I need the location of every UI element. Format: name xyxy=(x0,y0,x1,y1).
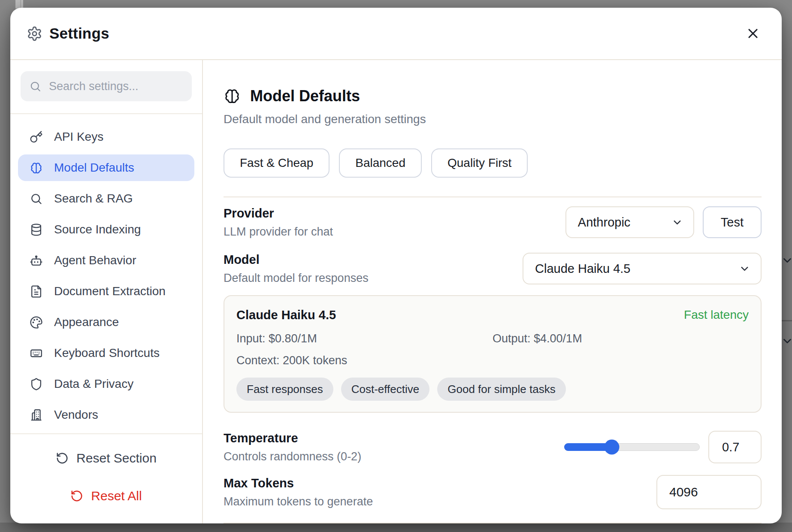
database-icon xyxy=(30,223,43,236)
brain-icon xyxy=(30,161,43,175)
sidebar-item[interactable]: Agent Behavior xyxy=(18,247,194,274)
sidebar-item-label: Vendors xyxy=(54,408,98,422)
chevron-down-icon xyxy=(781,335,792,348)
output-price: Output: $4.00/1M xyxy=(493,332,749,345)
sidebar-item[interactable]: Model Defaults xyxy=(18,154,194,181)
sidebar-item[interactable]: Search & RAG xyxy=(18,185,194,212)
max-tokens-input[interactable] xyxy=(656,475,762,509)
max-tokens-description: Maximum tokens to generate xyxy=(224,495,373,508)
gear-icon xyxy=(27,26,42,42)
sidebar-item-label: Search & RAG xyxy=(54,192,133,206)
preset-buttons: Fast & Cheap Balanced Quality First xyxy=(224,148,762,178)
key-icon xyxy=(30,130,43,144)
sidebar-item[interactable]: Document Extraction xyxy=(18,278,194,305)
provider-row: Provider LLM provider for chat Anthropic… xyxy=(224,204,762,240)
provider-select[interactable]: Anthropic xyxy=(565,206,694,238)
latency-badge: Fast latency xyxy=(684,308,749,322)
preset-button[interactable]: Balanced xyxy=(339,148,422,178)
provider-description: LLM provider for chat xyxy=(224,225,333,239)
temperature-row: Temperature Controls randomness (0-2) xyxy=(224,430,762,464)
model-name: Claude Haiku 4.5 xyxy=(236,308,336,322)
search-icon xyxy=(30,192,43,206)
temperature-input[interactable] xyxy=(708,431,762,463)
sidebar-item-label: Model Defaults xyxy=(54,161,134,175)
backdrop-bottom-band xyxy=(0,523,792,532)
model-info-card: Claude Haiku 4.5 Fast latency Input: $0.… xyxy=(224,295,762,413)
sidebar-item-label: Document Extraction xyxy=(54,284,166,298)
dialog-title: Settings xyxy=(49,25,109,42)
model-row: Model Default model for responses Claude… xyxy=(224,250,762,287)
preset-button[interactable]: Fast & Cheap xyxy=(224,148,329,178)
preset-button[interactable]: Quality First xyxy=(431,148,528,178)
temperature-slider[interactable] xyxy=(564,443,700,451)
backdrop-top-left-fragment xyxy=(15,0,23,9)
settings-sidebar: API Keys Model Defaults Search & RAG xyxy=(10,60,203,523)
palette-icon xyxy=(30,316,43,329)
sidebar-item[interactable]: Keyboard Shortcuts xyxy=(18,340,194,366)
robot-icon xyxy=(30,254,43,267)
model-tags: Fast responses Cost-effective Good for s… xyxy=(236,378,749,401)
building-icon xyxy=(30,408,43,422)
settings-dialog: Settings API Keys xyxy=(10,8,782,523)
search-icon xyxy=(29,80,42,93)
brain-icon xyxy=(224,88,241,105)
model-tag: Good for simple tasks xyxy=(437,378,565,401)
sidebar-item-label: Data & Privacy xyxy=(54,377,133,391)
sidebar-item[interactable]: Appearance xyxy=(18,309,194,336)
search-settings-input[interactable] xyxy=(48,79,183,94)
max-tokens-label: Max Tokens xyxy=(224,476,373,490)
rotate-ccw-icon xyxy=(56,452,69,465)
context-size: Context: 200K tokens xyxy=(236,354,749,367)
sidebar-item-label: Keyboard Shortcuts xyxy=(54,346,160,360)
close-icon xyxy=(745,26,761,41)
sidebar-item-label: Source Indexing xyxy=(54,223,141,236)
reset-all-button[interactable]: Reset All xyxy=(68,488,144,504)
model-tag: Fast responses xyxy=(236,378,333,401)
model-description: Default model for responses xyxy=(224,272,369,285)
temperature-slider-thumb[interactable] xyxy=(604,440,619,455)
sidebar-item[interactable]: Source Indexing xyxy=(18,216,194,243)
sidebar-item[interactable]: Vendors xyxy=(18,402,194,428)
dialog-header: Settings xyxy=(10,8,782,60)
max-tokens-row: Max Tokens Maximum tokens to generate xyxy=(224,475,762,510)
sidebar-footer: Reset Section Reset All xyxy=(10,433,202,523)
test-provider-button[interactable]: Test xyxy=(703,206,762,238)
sidebar-item[interactable]: Data & Privacy xyxy=(18,371,194,397)
sidebar-item[interactable]: API Keys xyxy=(18,124,194,150)
document-icon xyxy=(30,285,43,298)
close-button[interactable] xyxy=(743,24,763,43)
temperature-label: Temperature xyxy=(224,431,361,445)
model-defaults-panel: Model Defaults Default model and generat… xyxy=(203,60,782,523)
divider xyxy=(224,196,762,197)
rotate-ccw-icon xyxy=(70,490,83,502)
search-settings-box xyxy=(21,71,192,101)
provider-label: Provider xyxy=(224,206,333,221)
sidebar-item-label: Agent Behavior xyxy=(54,254,136,267)
keyboard-icon xyxy=(30,347,43,360)
backdrop-divider-fragment xyxy=(782,320,792,321)
model-select[interactable]: Claude Haiku 4.5 xyxy=(523,253,762,284)
chevron-down-icon xyxy=(781,254,792,267)
sidebar-item-label: Appearance xyxy=(54,315,119,329)
divider xyxy=(224,523,762,523)
sidebar-nav: API Keys Model Defaults Search & RAG xyxy=(10,114,202,433)
model-tag: Cost-effective xyxy=(341,378,429,401)
input-price: Input: $0.80/1M xyxy=(236,332,493,345)
chevron-down-icon xyxy=(739,263,750,275)
shield-icon xyxy=(30,378,43,391)
model-label: Model xyxy=(224,253,369,267)
chevron-down-icon xyxy=(671,217,683,228)
reset-section-button[interactable]: Reset Section xyxy=(53,450,159,466)
sidebar-item-label: API Keys xyxy=(54,130,103,144)
page-title: Model Defaults xyxy=(250,87,360,105)
temperature-description: Controls randomness (0-2) xyxy=(224,450,361,463)
page-subtitle: Default model and generation settings xyxy=(224,112,762,126)
